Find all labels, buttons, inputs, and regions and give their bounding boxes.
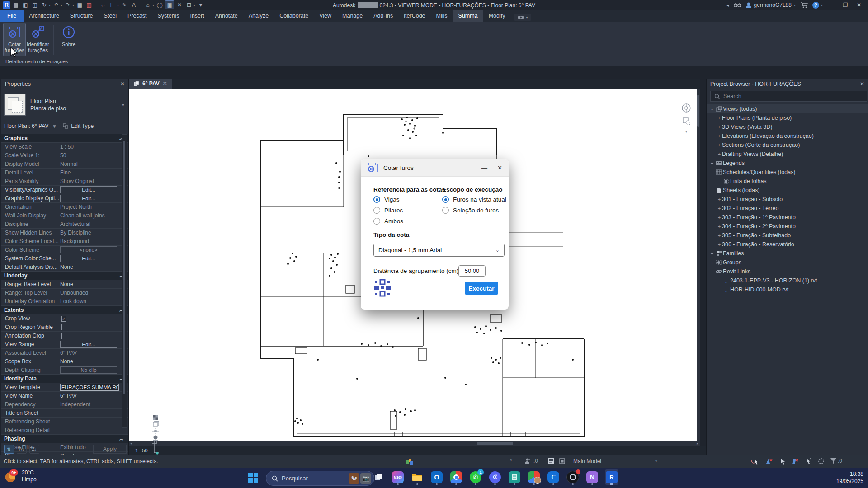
ribbon-tab-architecture[interactable]: Architecture [24, 10, 65, 22]
ribbon-tab-analyze[interactable]: Analyze [243, 10, 274, 22]
apply-button[interactable]: Apply [93, 445, 127, 454]
collapse-icon[interactable]: - [709, 169, 715, 175]
section-extents[interactable]: Extents︽ [1, 306, 128, 314]
tree-item-hor-hid-000-mod-rvt[interactable]: ↓HOR-HID-000-MOD.rvt [707, 285, 868, 294]
redo-icon[interactable]: ↷ [64, 1, 72, 9]
close-doc-icon[interactable]: ▥ [85, 1, 93, 9]
selector-dropdown-icon[interactable]: ▼ [52, 124, 57, 129]
property-value[interactable]: Project North [60, 204, 119, 210]
render-icon[interactable]: ◯ [156, 1, 164, 9]
expand-icon[interactable]: + [717, 242, 722, 247]
expand-icon[interactable]: + [709, 160, 715, 166]
tree-item-301-fura-o-subsolo[interactable]: +301 - Furação - Subsolo [707, 195, 868, 204]
tipo-da-cota-select[interactable]: Diagonal - 1,5 mm Arial ⌄ [373, 244, 505, 257]
section-identity-data[interactable]: Identity Data︽ [1, 375, 128, 383]
expand-icon[interactable]: + [717, 224, 722, 229]
taskbar-app-discord[interactable]: ᗧ [488, 469, 502, 485]
taskbar-app-chrome-profile[interactable] [527, 469, 541, 485]
restore-button[interactable]: ❐ [841, 2, 850, 8]
ribbon-tab-steel[interactable]: Steel [99, 10, 123, 22]
property-value[interactable]: Clean all wall joins [60, 212, 119, 219]
revit-logo[interactable]: R [3, 1, 10, 9]
taskbar-search[interactable]: Pesquisar 🐿 📷 [266, 471, 374, 486]
measure-icon[interactable]: ↔ [99, 1, 107, 9]
property-value[interactable]: 50 [60, 152, 119, 159]
tree-item-3d-views-vista-3d-[interactable]: +3D Views (Vista 3D) [707, 122, 868, 131]
ribbon-tab-summa[interactable]: Summa [453, 10, 483, 22]
tree-item-views-todas-[interactable]: -Views (todas) [707, 104, 868, 113]
radio-referencia-vigas[interactable]: Vigas [373, 196, 400, 203]
sort-desc-button[interactable]: Z↓ [29, 445, 39, 454]
zoom-box-icon[interactable] [682, 117, 690, 125]
ribbon-tab-manage[interactable]: Manage [337, 10, 368, 22]
expand-icon[interactable]: + [717, 124, 722, 130]
sync-icon-dropdown[interactable]: ▾ [49, 3, 51, 7]
expand-icon[interactable]: + [717, 215, 722, 220]
property-button[interactable]: Edit... [60, 255, 117, 262]
ribbon-tab-systems[interactable]: Systems [152, 10, 184, 22]
property-button[interactable]: Edit... [60, 195, 117, 202]
properties-close-icon[interactable]: ✕ [120, 81, 125, 87]
ribbon-tab-mills[interactable]: Mills [431, 10, 453, 22]
save-icon[interactable]: ◫ [31, 1, 39, 9]
property-value[interactable]: Architectural [60, 221, 119, 227]
tree-item-revit-links[interactable]: -Revit Links [707, 267, 868, 276]
sync-icon[interactable]: ↻ [40, 1, 48, 9]
undo-icon-dropdown[interactable]: ▾ [61, 3, 62, 7]
project-browser-header[interactable]: Project Browser - HOR-FURAÇÕES ✕ [707, 79, 868, 89]
distancia-input[interactable]: 50.00 [458, 265, 486, 277]
status-expand-icon[interactable]: ˅ [510, 458, 512, 462]
sun-path-icon[interactable] [152, 427, 159, 434]
collapse-icon[interactable]: - [709, 106, 715, 112]
expand-icon[interactable]: + [717, 197, 722, 202]
property-value[interactable]: Normal [60, 161, 119, 167]
type-selector[interactable]: Floor Plan Planta de piso ▼ [4, 91, 125, 119]
modify-options-pill[interactable]: ▾ [514, 14, 531, 21]
view-tab-close-icon[interactable]: ✕ [163, 80, 167, 87]
tree-item-groups[interactable]: +Groups [707, 258, 868, 267]
select-underlay-icon[interactable] [765, 458, 773, 466]
tree-item-floor-plans-planta-de-piso-[interactable]: +Floor Plans (Planta de piso) [707, 113, 868, 122]
tree-item-lista-de-folhas[interactable]: Lista de folhas [707, 177, 868, 186]
property-value[interactable]: Unbounded [60, 290, 119, 296]
edit-type-button[interactable]: Edit Type [63, 123, 94, 129]
tree-item-sections-corte-da-constru-o-[interactable]: +Sections (Corte da construção) [707, 141, 868, 150]
type-dropdown-icon[interactable]: ▼ [121, 103, 125, 108]
undo-icon[interactable]: ↶ [52, 1, 60, 9]
select-links-icon[interactable] [750, 458, 759, 466]
tree-item-304-fura-o-2-pavimento[interactable]: +304 - Furação - 2º Pavimento [707, 222, 868, 231]
select-pinned-icon[interactable] [779, 458, 786, 466]
taskbar-app-file-explorer[interactable] [410, 469, 424, 485]
design-options-icon[interactable] [559, 458, 566, 466]
scale-button[interactable]: 1 : 50 [135, 448, 148, 453]
property-value[interactable]: Background [60, 238, 119, 244]
switch-windows-icon[interactable]: ⊞ [185, 1, 193, 9]
properties-header[interactable]: Properties ✕ [1, 79, 128, 89]
property-button[interactable]: Edit... [60, 186, 117, 193]
section-phasing[interactable]: Phasing︽ [1, 435, 128, 443]
tree-item-305-fura-o-subtelhado[interactable]: +305 - Furação - Subtelhado [707, 231, 868, 240]
tree-item-sheets-todas-[interactable]: -Sheets (todas) [707, 186, 868, 195]
crop-view-icon[interactable] [152, 441, 159, 448]
property-field[interactable]: FURAÇÕES SUMMA R01 [60, 384, 119, 391]
tree-item-2403-1-epp-v3-horizon-1-rvt[interactable]: ↓2403-1-EPP-V3 - HORIZON (1).rvt [707, 276, 868, 285]
property-value[interactable]: 6° PAV [60, 350, 119, 356]
collapse-left-icon[interactable]: ◂ [727, 3, 729, 8]
filter-icon[interactable] [830, 458, 837, 465]
navbar-expand-icon[interactable]: ▾ [685, 129, 688, 134]
properties-scrollbar[interactable] [122, 134, 127, 428]
sort-default-button[interactable]: ⇅ [4, 445, 14, 454]
tree-item-elevations-eleva-o-da-constru-o-[interactable]: +Elevations (Elevação da construção) [707, 131, 868, 141]
instance-selector[interactable]: Floor Plan: 6° PAV [4, 123, 48, 129]
qat-more-icon[interactable]: ▾ [197, 1, 205, 9]
tree-item-schedules-quantities-todas-[interactable]: -Schedules/Quantities (todas) [707, 168, 868, 177]
ribbon-tab-insert[interactable]: Insert [184, 10, 209, 22]
start-button[interactable] [248, 473, 258, 483]
section-graphics[interactable]: Graphics︽ [1, 134, 128, 143]
text-icon[interactable]: A [130, 1, 138, 9]
expand-icon[interactable]: + [717, 115, 722, 121]
tree-item-303-fura-o-1-pavimento[interactable]: +303 - Furação - 1º Pavimento [707, 213, 868, 222]
taskbar-app-task-view[interactable] [372, 469, 385, 485]
redo-icon-dropdown[interactable]: ▾ [72, 3, 74, 7]
tree-item-legends[interactable]: +Legends [707, 159, 868, 168]
